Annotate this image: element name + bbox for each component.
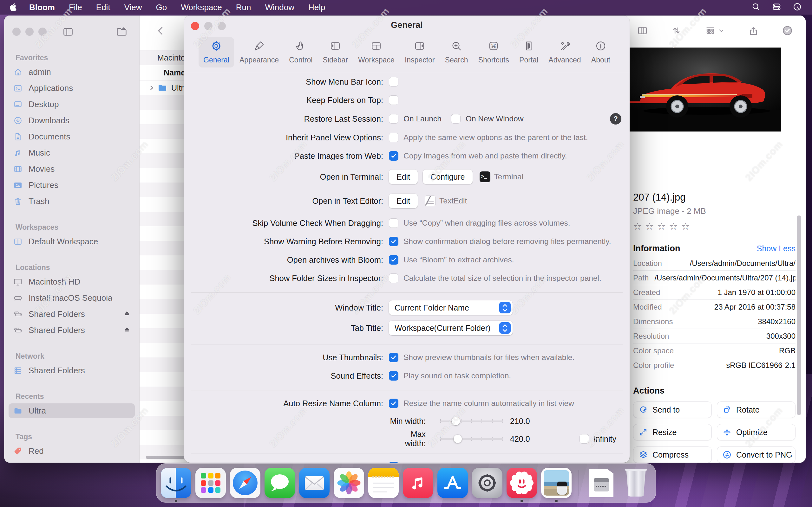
- edit-terminal-button[interactable]: Edit: [389, 170, 418, 184]
- control-center-icon[interactable]: [772, 2, 781, 13]
- inherit-panel-view-checkbox[interactable]: [389, 133, 398, 142]
- dock-photos-icon[interactable]: [334, 468, 364, 498]
- dock-disk-image-icon[interactable]: [586, 468, 617, 498]
- minimize-button[interactable]: [26, 27, 34, 36]
- show-menu-bar-icon-checkbox[interactable]: [389, 77, 398, 87]
- tab-shortcuts[interactable]: ⌘Shortcuts: [473, 37, 514, 67]
- paste-images-checkbox[interactable]: [389, 151, 398, 161]
- zoom-button[interactable]: [38, 27, 47, 36]
- menu-view[interactable]: View: [124, 3, 142, 12]
- sidebar-item-documents[interactable]: Documents: [9, 129, 135, 144]
- menu-edit[interactable]: Edit: [96, 3, 110, 12]
- show-folder-sizes-checkbox[interactable]: [389, 274, 398, 283]
- tab-inspector[interactable]: Inspector: [400, 37, 440, 67]
- eject-icon[interactable]: [123, 325, 131, 336]
- sidebar-item-ultra[interactable]: Ultra: [9, 403, 135, 418]
- open-archives-checkbox[interactable]: [389, 255, 398, 265]
- show-warning-checkbox[interactable]: [389, 237, 398, 246]
- rotate-button[interactable]: Rotate: [717, 401, 796, 418]
- sidebar-item-macintosh-hd[interactable]: Macintosh HD: [9, 274, 135, 289]
- dock-preview-icon[interactable]: [541, 468, 571, 498]
- disclosure-icon[interactable]: [148, 84, 155, 92]
- share-icon[interactable]: [748, 25, 759, 36]
- sidebar-item-install-macos-sequoia[interactable]: Install macOS Sequoia: [9, 291, 135, 305]
- auto-resize-column-checkbox[interactable]: [389, 462, 398, 463]
- close-button[interactable]: [12, 27, 20, 36]
- menu-workspace[interactable]: Workspace: [181, 3, 222, 12]
- show-less-link[interactable]: Show Less: [757, 244, 796, 253]
- send-to-button[interactable]: Send to: [633, 401, 712, 418]
- sidebar-item-applications[interactable]: Applications: [9, 81, 135, 95]
- help-icon[interactable]: ?: [610, 113, 621, 124]
- infinity-checkbox[interactable]: [579, 434, 589, 444]
- min-width-slider[interactable]: [440, 416, 503, 426]
- tab-title-select[interactable]: Workspace(Current Folder): [389, 321, 513, 335]
- sort-icon[interactable]: [671, 25, 682, 36]
- new-folder-icon[interactable]: [116, 26, 128, 39]
- sidebar-item-shared-folders[interactable]: Shared Folders: [9, 363, 135, 378]
- on-launch-checkbox[interactable]: [389, 114, 398, 124]
- dock-bloom-icon[interactable]: [507, 468, 537, 498]
- tab-search[interactable]: Search: [440, 37, 473, 67]
- grid-view-icon[interactable]: [705, 25, 725, 36]
- sidebar-item-shared-folders[interactable]: Shared Folders: [9, 307, 135, 321]
- dock-launchpad-icon[interactable]: [195, 468, 226, 498]
- sidebar-item-red[interactable]: Red: [9, 444, 135, 458]
- dock-system-settings-icon[interactable]: [472, 468, 502, 498]
- sidebar-item-default-workspace[interactable]: Default Workspace: [9, 234, 135, 249]
- tab-appearance[interactable]: Appearance: [235, 37, 284, 67]
- keep-folders-on-top-checkbox[interactable]: [389, 95, 398, 105]
- eject-icon[interactable]: [123, 309, 131, 320]
- back-icon[interactable]: [155, 25, 166, 38]
- tab-advanced[interactable]: Advanced: [544, 37, 586, 67]
- sidebar-item-music[interactable]: Music: [9, 146, 135, 160]
- horizontal-scrollbar[interactable]: [146, 456, 185, 459]
- columns-view-icon[interactable]: [637, 25, 648, 36]
- use-thumbnails-checkbox[interactable]: [389, 353, 398, 362]
- dock-app-store-icon[interactable]: [438, 468, 468, 498]
- sound-effects-checkbox[interactable]: [389, 371, 398, 381]
- active-app-menu[interactable]: Bloom: [29, 3, 55, 12]
- sidebar-item-admin[interactable]: admin: [9, 65, 135, 79]
- sidebar-item-desktop[interactable]: Desktop: [9, 97, 135, 112]
- menu-go[interactable]: Go: [156, 3, 167, 12]
- tab-about[interactable]: About: [587, 37, 615, 67]
- tab-portal[interactable]: Portal: [514, 37, 543, 67]
- spotlight-search-icon[interactable]: [751, 2, 761, 13]
- tab-sidebar[interactable]: Sidebar: [318, 37, 353, 67]
- skip-volume-check-checkbox[interactable]: [389, 218, 398, 228]
- dock-mail-icon[interactable]: [299, 468, 329, 498]
- on-new-window-checkbox[interactable]: [451, 114, 461, 124]
- menu-help[interactable]: Help: [308, 3, 325, 12]
- dock-safari-icon[interactable]: [230, 468, 260, 498]
- clock-icon[interactable]: [793, 2, 802, 13]
- dock-messages-icon[interactable]: [264, 468, 295, 498]
- toggle-sidebar-icon[interactable]: [62, 26, 74, 39]
- sidebar-item-shared-folders[interactable]: Shared Folders: [9, 323, 135, 337]
- tab-general[interactable]: General: [199, 37, 234, 67]
- compress-button[interactable]: Compress: [633, 447, 712, 463]
- menu-run[interactable]: Run: [236, 3, 251, 12]
- apple-menu-icon[interactable]: [9, 3, 18, 12]
- tab-workspace[interactable]: Workspace: [353, 37, 399, 67]
- configure-terminal-button[interactable]: Configure: [423, 170, 472, 184]
- sidebar-item-downloads[interactable]: Downloads: [9, 113, 135, 128]
- sidebar-item-movies[interactable]: Movies: [9, 162, 135, 176]
- sidebar-item-trash[interactable]: Trash: [9, 194, 135, 209]
- dock-finder-icon[interactable]: [161, 468, 191, 498]
- dock-music-icon[interactable]: [403, 468, 433, 498]
- menu-window[interactable]: Window: [265, 3, 294, 12]
- max-width-slider[interactable]: [440, 434, 503, 444]
- window-title-select[interactable]: Current Folder Name: [389, 300, 513, 315]
- dock-notes-icon[interactable]: [368, 468, 399, 498]
- rating-stars[interactable]: ☆☆☆☆☆: [633, 221, 796, 232]
- optimize-button[interactable]: Optimize: [717, 424, 796, 441]
- menu-file[interactable]: File: [69, 3, 82, 12]
- tab-control[interactable]: Control: [284, 37, 317, 67]
- vertical-scrollbar[interactable]: [797, 216, 801, 415]
- resize-button[interactable]: Resize: [633, 424, 712, 441]
- edit-text-editor-button[interactable]: Edit: [389, 193, 418, 208]
- dock-trash-icon[interactable]: [621, 468, 651, 498]
- sidebar-item-pictures[interactable]: Pictures: [9, 178, 135, 192]
- convert-to-png-button[interactable]: Convert to PNG: [717, 447, 796, 463]
